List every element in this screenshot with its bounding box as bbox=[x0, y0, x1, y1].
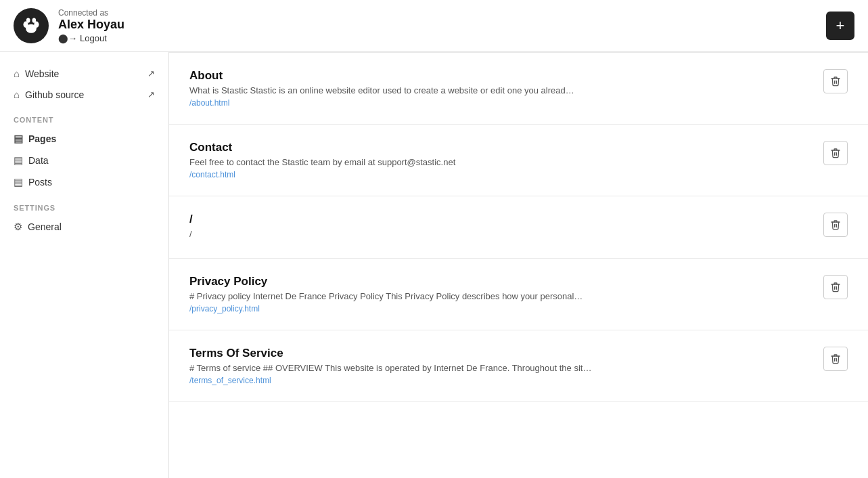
list-item: Privacy Policy# Privacy policy Internet … bbox=[169, 259, 868, 330]
data-icon: ▤ bbox=[14, 154, 23, 167]
user-info: Connected as Alex Hoyau ⬤→ Logout bbox=[58, 8, 124, 43]
delete-page-button[interactable] bbox=[823, 213, 848, 237]
list-item: Terms Of Service# Terms of service ## OV… bbox=[169, 330, 868, 402]
home-icon: ⌂ bbox=[14, 68, 20, 79]
page-description: # Terms of service ## OVERVIEW This webs… bbox=[189, 363, 785, 373]
page-url: /about.html bbox=[189, 98, 813, 108]
page-title: Terms Of Service bbox=[189, 347, 813, 360]
username-label: Alex Hoyau bbox=[58, 18, 124, 32]
logo-icon bbox=[19, 14, 43, 38]
logout-icon: ⬤→ bbox=[58, 33, 77, 43]
page-url: /terms_of_service.html bbox=[189, 376, 813, 385]
sidebar-item-pages[interactable]: ▤ Pages bbox=[0, 128, 168, 150]
delete-page-button[interactable] bbox=[823, 275, 848, 299]
page-info: // bbox=[189, 213, 813, 242]
pages-icon: ▤ bbox=[14, 133, 23, 145]
gear-icon: ⚙ bbox=[14, 221, 22, 233]
list-item: AboutWhat is Stastic Stastic is an onlin… bbox=[169, 52, 868, 125]
sidebar-posts-label: Posts bbox=[28, 177, 52, 188]
page-title: Privacy Policy bbox=[189, 275, 813, 288]
page-description: # Privacy policy Internet De France Priv… bbox=[189, 291, 785, 301]
sidebar-data-label: Data bbox=[28, 155, 49, 166]
settings-section-label: SETTINGS bbox=[0, 193, 168, 216]
delete-page-button[interactable] bbox=[823, 347, 848, 371]
github-icon: ⌂ bbox=[14, 89, 20, 100]
content-section-label: CONTENT bbox=[0, 105, 168, 128]
sidebar-item-website[interactable]: ⌂ Website ↗ bbox=[0, 63, 168, 84]
list-item: ContactFeel free to contact the Stastic … bbox=[169, 125, 868, 196]
svg-point-3 bbox=[26, 18, 30, 22]
page-description: Feel free to contact the Stastic team by… bbox=[189, 157, 785, 167]
sidebar-item-data[interactable]: ▤ Data bbox=[0, 150, 168, 171]
logout-link[interactable]: ⬤→ Logout bbox=[58, 33, 124, 43]
page-title: Contact bbox=[189, 141, 813, 154]
page-title: About bbox=[189, 69, 813, 83]
page-list: AboutWhat is Stastic Stastic is an onlin… bbox=[169, 52, 868, 478]
connected-as-label: Connected as bbox=[58, 8, 124, 18]
svg-point-4 bbox=[32, 18, 36, 22]
page-url: /privacy_policy.html bbox=[189, 304, 813, 313]
delete-page-button[interactable] bbox=[823, 69, 848, 93]
sidebar-pages-label: Pages bbox=[28, 133, 56, 144]
main-layout: ⌂ Website ↗ ⌂ Github source ↗ CONTENT ▤ … bbox=[0, 52, 868, 478]
page-title: / bbox=[189, 213, 813, 226]
page-url: /contact.html bbox=[189, 170, 813, 179]
sidebar: ⌂ Website ↗ ⌂ Github source ↗ CONTENT ▤ … bbox=[0, 52, 169, 478]
page-info: Privacy Policy# Privacy policy Internet … bbox=[189, 275, 813, 313]
sidebar-general-label: General bbox=[28, 221, 62, 232]
delete-page-button[interactable] bbox=[823, 141, 848, 165]
external-link-icon-website: ↗ bbox=[147, 68, 155, 79]
sidebar-website-label: Website bbox=[25, 68, 59, 79]
page-description: What is Stastic Stastic is an online web… bbox=[189, 85, 785, 95]
page-info: Terms Of Service# Terms of service ## OV… bbox=[189, 347, 813, 385]
sidebar-item-posts[interactable]: ▤ Posts bbox=[0, 171, 168, 193]
list-item: // bbox=[169, 196, 868, 259]
add-page-button[interactable]: + bbox=[826, 12, 854, 40]
sidebar-item-github[interactable]: ⌂ Github source ↗ bbox=[0, 84, 168, 105]
sidebar-item-general[interactable]: ⚙ General bbox=[0, 216, 168, 238]
sidebar-github-label: Github source bbox=[25, 89, 84, 100]
external-link-icon-github: ↗ bbox=[147, 89, 155, 100]
page-info: ContactFeel free to contact the Stastic … bbox=[189, 141, 813, 179]
page-info: AboutWhat is Stastic Stastic is an onlin… bbox=[189, 69, 813, 108]
page-description: / bbox=[189, 229, 785, 239]
logo bbox=[14, 8, 49, 43]
header: Connected as Alex Hoyau ⬤→ Logout + bbox=[0, 0, 868, 52]
posts-icon: ▤ bbox=[14, 176, 23, 188]
